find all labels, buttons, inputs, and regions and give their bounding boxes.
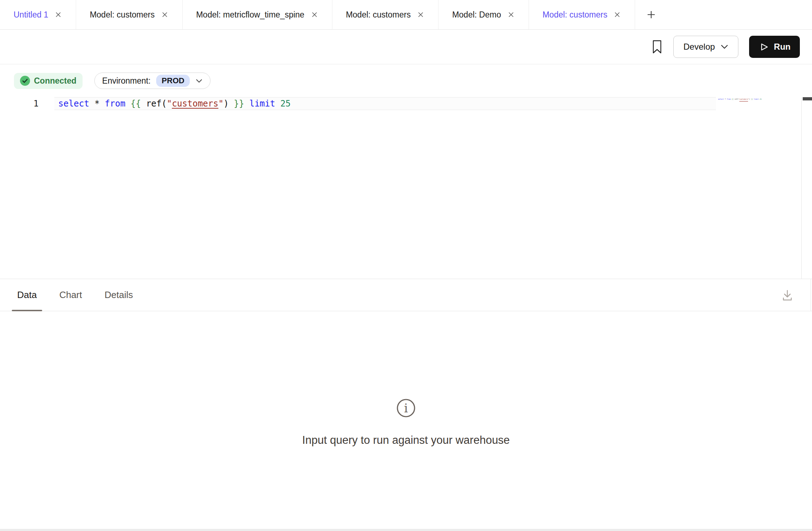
environment-label: Environment:: [102, 76, 151, 86]
active-tab-underline: [12, 310, 42, 311]
results-tab-bar: Data Chart Details: [0, 279, 812, 311]
tab-label: Model: metricflow_time_spine: [196, 10, 304, 20]
close-icon[interactable]: [54, 11, 62, 19]
code-area[interactable]: 1 select * from {{ ref("customers") }} l…: [0, 97, 812, 110]
plus-icon: [646, 9, 657, 20]
results-tab-label: Data: [17, 289, 37, 301]
code-token: [89, 99, 94, 109]
environment-value-chip: PROD: [156, 75, 190, 87]
code-token: select: [58, 99, 89, 109]
code-token: ": [218, 99, 223, 109]
code-token: customers: [172, 99, 218, 109]
run-button-label: Run: [774, 42, 791, 52]
results-tab[interactable]: Data: [12, 279, 42, 311]
code-token: }}: [234, 99, 244, 109]
panel-right-divider: [811, 279, 811, 311]
svg-text:i: i: [404, 401, 408, 415]
editor-tab[interactable]: Untitled 1: [0, 0, 76, 29]
close-icon[interactable]: [417, 11, 425, 19]
code-token: ): [223, 99, 234, 109]
play-icon: [758, 41, 769, 53]
tab-bar-tabs: Untitled 1 Model: customers Model: metri…: [0, 0, 635, 29]
new-tab-button[interactable]: [635, 0, 667, 29]
editor-scrollbar-thumb[interactable]: [803, 97, 812, 100]
tab-label: Model: customers: [346, 10, 411, 20]
check-icon: [20, 76, 30, 86]
toolbar: Develop Run: [0, 30, 812, 64]
code-token: [100, 99, 105, 109]
bookmark-icon[interactable]: [652, 39, 663, 54]
connection-status-label: Connected: [34, 76, 76, 86]
code-token: [244, 99, 249, 109]
tab-bar: Untitled 1 Model: customers Model: metri…: [0, 0, 812, 30]
line-number: 1: [0, 97, 54, 110]
develop-button[interactable]: Develop: [673, 36, 738, 58]
editor-tab[interactable]: Model: customers: [332, 0, 439, 29]
tab-label: Model: Demo: [452, 10, 501, 20]
editor-minimap[interactable]: select * from {{ ref("customers") }} lim…: [718, 98, 763, 101]
close-icon[interactable]: [507, 11, 515, 19]
editor-tab[interactable]: Model: customers: [529, 0, 635, 29]
tab-label: Model: customers: [543, 10, 608, 20]
code-token: {{: [130, 99, 141, 109]
sql-editor: Connected Environment: PROD 1 select * f…: [0, 64, 812, 279]
develop-button-label: Develop: [683, 42, 715, 52]
editor-tab[interactable]: Model: customers: [76, 0, 183, 29]
results-tab[interactable]: Chart: [54, 279, 88, 311]
close-icon[interactable]: [311, 11, 318, 19]
code-token: [275, 99, 280, 109]
code-token: ": [167, 99, 172, 109]
connection-status-badge: Connected: [14, 73, 83, 89]
close-icon[interactable]: [613, 11, 621, 19]
code-token: limit: [249, 99, 275, 109]
code-token: 25: [760, 98, 762, 100]
code-token: limit: [754, 98, 759, 100]
environment-selector[interactable]: Environment: PROD: [94, 73, 211, 89]
code-token: [125, 99, 130, 109]
code-token: from: [105, 99, 125, 109]
results-empty-state: i Input query to run against your wareho…: [0, 311, 812, 529]
info-icon: i: [396, 398, 416, 418]
code-token: select: [718, 98, 724, 100]
code-token: from: [727, 98, 731, 100]
code-token: ref(: [733, 98, 738, 100]
editor-tab[interactable]: Model: metricflow_time_spine: [183, 0, 332, 29]
download-icon[interactable]: [781, 288, 794, 302]
results-tab[interactable]: Details: [99, 279, 138, 311]
editor-status-row: Connected Environment: PROD: [14, 73, 211, 89]
code-token: ref(: [141, 99, 167, 109]
run-button[interactable]: Run: [749, 36, 800, 58]
tab-label: Untitled 1: [14, 10, 48, 20]
editor-tab[interactable]: Model: Demo: [439, 0, 529, 29]
results-tab-label: Details: [105, 289, 133, 301]
empty-state-message: Input query to run against your warehous…: [302, 434, 510, 447]
chevron-down-icon: [721, 44, 728, 49]
code-token: customers: [739, 98, 748, 100]
code-token: 25: [280, 99, 291, 109]
close-icon[interactable]: [161, 11, 169, 19]
results-tabs: Data Chart Details: [12, 279, 150, 311]
results-tab-label: Chart: [59, 289, 82, 301]
editor-scrollbar-track[interactable]: [801, 97, 812, 279]
chevron-down-icon: [195, 79, 203, 83]
bottom-edge-strip: [0, 529, 812, 531]
code-line[interactable]: select * from {{ ref("customers") }} lim…: [54, 97, 716, 110]
code-token: *: [94, 99, 99, 109]
tab-label: Model: customers: [90, 10, 155, 20]
